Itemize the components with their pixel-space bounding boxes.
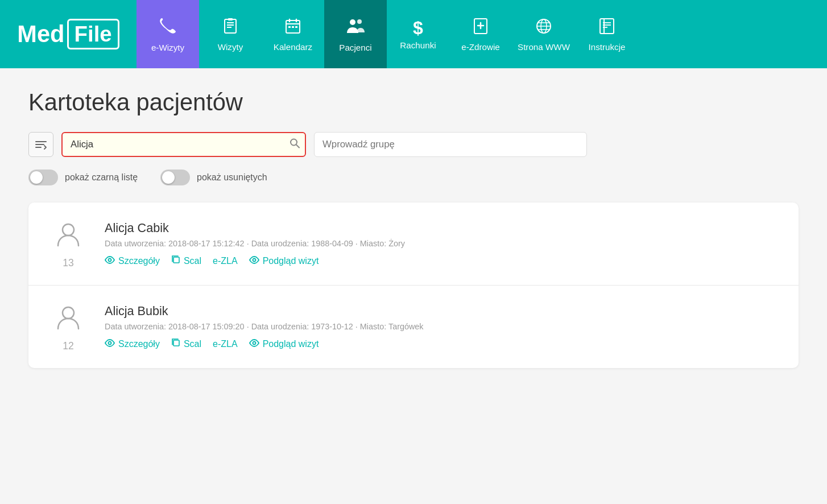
nav-label-instrukcje: Instrukcje bbox=[588, 42, 625, 52]
blacklist-toggle[interactable] bbox=[28, 170, 58, 185]
logo-med: Med bbox=[17, 20, 64, 48]
nav-label-strona-www: Strona WWW bbox=[518, 42, 570, 52]
eye4-icon bbox=[249, 338, 259, 350]
copy-icon bbox=[171, 255, 180, 267]
table-row: 13 Alicja Cabik Data utworzenia: 2018-08… bbox=[28, 203, 799, 286]
patient-info-2: Alicja Bubik Data utworzenia: 2018-08-17… bbox=[105, 304, 781, 350]
nav-item-e-wizyty[interactable]: e-Wizyty bbox=[137, 0, 199, 68]
blacklist-toggle-wrap: pokaż czarną listę bbox=[28, 170, 138, 185]
patient-info-1: Alicja Cabik Data utworzenia: 2018-08-17… bbox=[105, 221, 781, 267]
patient-2-szczegoly[interactable]: Szczegóły bbox=[105, 338, 160, 350]
phone-icon bbox=[158, 16, 178, 39]
svg-point-35 bbox=[253, 259, 255, 262]
patient-1-podglad[interactable]: Podgląd wizyt bbox=[249, 255, 319, 267]
nav-item-kalendarz[interactable]: Kalendarz bbox=[262, 0, 324, 68]
svg-rect-10 bbox=[292, 26, 294, 28]
patient-avatar-1: 13 bbox=[46, 218, 91, 269]
svg-line-31 bbox=[296, 145, 299, 148]
eye2-icon bbox=[249, 255, 259, 267]
avatar-icon-1 bbox=[52, 218, 84, 255]
patient-1-szczegoly[interactable]: Szczegóły bbox=[105, 255, 160, 267]
patient-2-ezla[interactable]: e-ZLA bbox=[213, 339, 238, 349]
svg-point-13 bbox=[357, 19, 362, 24]
patient-count-1: 13 bbox=[63, 257, 74, 269]
book-icon bbox=[597, 16, 617, 39]
deleted-label: pokaż usuniętych bbox=[197, 172, 267, 183]
patient-actions-1: Szczegóły Scal e-ZLA bbox=[105, 255, 781, 267]
main-content: Kartoteka pacjentów pokaż cza bbox=[0, 68, 827, 504]
nav-item-rachunki[interactable]: $ Rachunki bbox=[387, 0, 449, 68]
health-icon bbox=[471, 16, 490, 39]
logo: Med File bbox=[0, 0, 137, 68]
logo-text: Med File bbox=[17, 19, 119, 49]
nav-label-wizyty: Wizyty bbox=[218, 42, 243, 52]
group-input[interactable] bbox=[314, 132, 587, 157]
svg-rect-38 bbox=[173, 340, 179, 346]
sort-button[interactable] bbox=[28, 132, 53, 157]
search-input-wrap bbox=[61, 132, 306, 157]
svg-point-32 bbox=[63, 224, 74, 236]
nav-label-e-wizyty: e-Wizyty bbox=[151, 43, 184, 52]
nav-label-rachunki: Rachunki bbox=[400, 40, 436, 50]
nav-item-wizyty[interactable]: Wizyty bbox=[199, 0, 262, 68]
svg-point-39 bbox=[253, 342, 255, 345]
patient-meta-2: Data utworzenia: 2018-08-17 15:09:20 · D… bbox=[105, 322, 781, 331]
deleted-toggle[interactable] bbox=[160, 170, 190, 185]
patient-avatar-2: 12 bbox=[46, 301, 91, 352]
table-row: 12 Alicja Bubik Data utworzenia: 2018-08… bbox=[28, 286, 799, 368]
calendar-icon bbox=[283, 16, 303, 39]
svg-point-36 bbox=[63, 307, 74, 319]
deleted-toggle-wrap: pokaż usuniętych bbox=[160, 170, 267, 185]
patient-2-scal[interactable]: Scal bbox=[171, 338, 201, 350]
svg-point-33 bbox=[109, 259, 111, 262]
nav-item-instrukcje[interactable]: Instrukcje bbox=[576, 0, 638, 68]
people-icon bbox=[344, 16, 367, 39]
globe-icon bbox=[534, 16, 553, 39]
search-row bbox=[28, 132, 799, 157]
svg-point-12 bbox=[350, 19, 355, 25]
dollar-icon: $ bbox=[413, 19, 423, 37]
svg-rect-4 bbox=[228, 18, 233, 20]
nav-item-e-zdrowie[interactable]: e-Zdrowie bbox=[449, 0, 512, 68]
patient-meta-1: Data utworzenia: 2018-08-17 15:12:42 · D… bbox=[105, 239, 781, 248]
nav-label-e-zdrowie: e-Zdrowie bbox=[461, 42, 500, 52]
search-input[interactable] bbox=[61, 132, 306, 157]
page-title: Kartoteka pacjentów bbox=[28, 89, 799, 116]
navbar: Med File e-Wizyty Wizyty Kalendarz bbox=[0, 0, 827, 68]
search-button[interactable] bbox=[289, 138, 300, 152]
eye-icon bbox=[105, 255, 115, 267]
svg-rect-9 bbox=[288, 26, 291, 28]
svg-point-37 bbox=[109, 342, 111, 345]
patient-name-1: Alicja Cabik bbox=[105, 221, 781, 236]
eye3-icon bbox=[105, 338, 115, 350]
svg-rect-0 bbox=[225, 19, 236, 33]
svg-rect-34 bbox=[173, 257, 179, 263]
patient-list: 13 Alicja Cabik Data utworzenia: 2018-08… bbox=[28, 203, 799, 368]
svg-rect-22 bbox=[600, 19, 614, 34]
nav-item-strona-www[interactable]: Strona WWW bbox=[512, 0, 576, 68]
copy2-icon bbox=[171, 338, 180, 350]
nav-label-kalendarz: Kalendarz bbox=[274, 42, 312, 52]
patient-2-podglad[interactable]: Podgląd wizyt bbox=[249, 338, 319, 350]
clipboard-icon bbox=[221, 16, 240, 39]
patient-actions-2: Szczegóły Scal e-ZLA bbox=[105, 338, 781, 350]
nav-item-pacjenci[interactable]: Pacjenci bbox=[324, 0, 387, 68]
svg-rect-11 bbox=[295, 26, 297, 28]
patient-name-2: Alicja Bubik bbox=[105, 304, 781, 319]
toggles-row: pokaż czarną listę pokaż usuniętych bbox=[28, 170, 799, 185]
patient-1-scal[interactable]: Scal bbox=[171, 255, 201, 267]
blacklist-label: pokaż czarną listę bbox=[65, 172, 138, 183]
nav-label-pacjenci: Pacjenci bbox=[339, 43, 371, 52]
avatar-icon-2 bbox=[52, 301, 84, 338]
patient-count-2: 12 bbox=[63, 340, 74, 352]
nav-items: e-Wizyty Wizyty Kalendarz P bbox=[137, 0, 827, 68]
logo-file: File bbox=[67, 19, 119, 49]
patient-1-ezla[interactable]: e-ZLA bbox=[213, 256, 238, 266]
